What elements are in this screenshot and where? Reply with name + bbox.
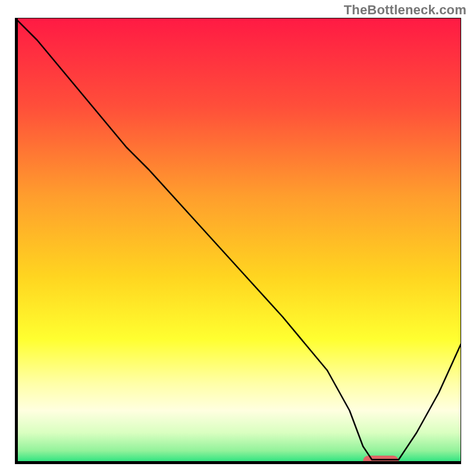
- plot-area: [15, 18, 461, 464]
- bottleneck-chart: [15, 18, 461, 464]
- gradient-background: [15, 18, 461, 464]
- chart-frame: TheBottleneck.com: [0, 0, 476, 476]
- svg-rect-4: [15, 461, 461, 464]
- svg-rect-3: [15, 18, 18, 464]
- watermark-text: TheBottleneck.com: [344, 2, 466, 18]
- svg-rect-1: [15, 18, 461, 464]
